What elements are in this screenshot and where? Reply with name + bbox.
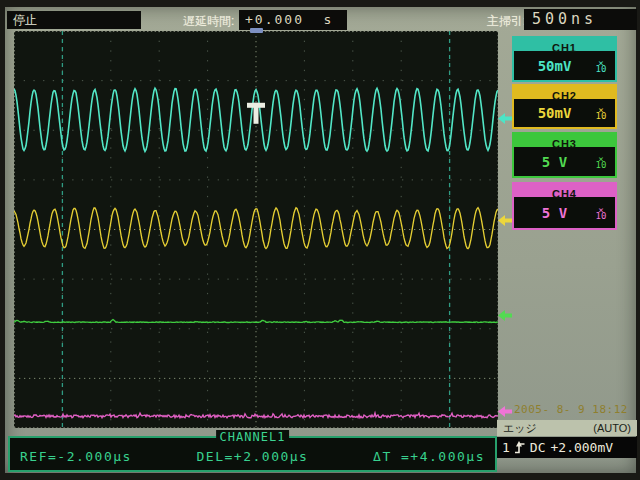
channel-header: CH3 xyxy=(514,134,615,147)
channel-body: 50mV ×10 xyxy=(514,99,615,127)
channel-label: CH1 xyxy=(552,42,577,54)
measurement-box-title: CHANNEL1 xyxy=(216,430,290,444)
channel-scale-value: 50mV xyxy=(516,58,593,74)
delta-t-value: ΔT =+4.000μs xyxy=(373,449,485,464)
channel-readout-box-ch3: CH3 5 V ×10 xyxy=(512,132,617,178)
probe-x10-icon: ×10 xyxy=(593,107,609,119)
probe-x10-icon: ×10 xyxy=(593,60,609,72)
channel-header: CH4 xyxy=(514,184,615,197)
probe-x10-icon: ×10 xyxy=(593,207,609,219)
datetime: 2005- 8- 9 18:12 xyxy=(514,403,640,416)
ground-marker-ch4-icon xyxy=(498,403,513,414)
channel-body: 5 V ×10 xyxy=(514,147,615,176)
rising-edge-icon xyxy=(515,441,525,455)
channel-readout-box-ch1: CH1 50mV ×10 xyxy=(512,36,617,82)
channel-readout-box-ch2: CH2 50mV ×10 xyxy=(512,84,617,129)
ground-marker-ch3-icon xyxy=(498,307,513,318)
trigger-coupling: DC xyxy=(530,440,546,455)
acquisition-status-label: 停止 xyxy=(13,13,37,27)
channel-label: CH4 xyxy=(552,188,577,200)
oscilloscope-bezel: 停止 遅延時間: +0.000 s 主掃引: 500ns CH1 50mV ×1… xyxy=(0,0,640,480)
trigger-mode-box: エッジ (AUTO) xyxy=(497,420,637,436)
trigger-readout: 1 DC +2.000mV xyxy=(497,437,637,458)
channel-header: CH1 xyxy=(514,38,615,51)
waveform-svg xyxy=(14,31,498,428)
ground-marker-ch1-icon xyxy=(498,110,513,121)
channel-scale-value: 5 V xyxy=(516,154,593,170)
probe-x10-icon: ×10 xyxy=(593,156,609,168)
channel-readout-box-ch4: CH4 5 V ×10 xyxy=(512,182,617,230)
delay-value: DEL=+2.000μs xyxy=(197,449,309,464)
trigger-type-label: エッジ xyxy=(503,421,537,436)
acquisition-status: 停止 xyxy=(7,11,141,29)
waveform-display xyxy=(14,31,498,428)
delayed-sweep-measurement-box: CHANNEL1 REF=-2.000μs DEL=+2.000μs ΔT =+… xyxy=(8,436,497,472)
channel-scale-value: 5 V xyxy=(516,205,593,221)
main-sweep-value: 500ns xyxy=(524,9,637,30)
main-sweep-label: 主掃引: xyxy=(487,13,526,30)
delay-time-label: 遅延時間: xyxy=(183,13,234,30)
channel-label: CH3 xyxy=(552,138,577,150)
trigger-position-marker-icon xyxy=(250,28,263,33)
trigger-source: 1 xyxy=(502,440,510,455)
trigger-level: +2.000mV xyxy=(550,440,613,455)
ref-time-value: REF=-2.000μs xyxy=(20,449,132,464)
channel-body: 5 V ×10 xyxy=(514,197,615,228)
oscilloscope-screen: 停止 遅延時間: +0.000 s 主掃引: 500ns CH1 50mV ×1… xyxy=(5,7,636,473)
channel-scale-value: 50mV xyxy=(516,105,593,121)
trigger-mode-value: (AUTO) xyxy=(593,422,631,434)
channel-body: 50mV ×10 xyxy=(514,51,615,80)
delay-time-value: +0.000 s xyxy=(239,10,347,30)
channel-header: CH2 xyxy=(514,86,615,99)
ground-marker-ch2-icon xyxy=(498,212,513,223)
channel-label: CH2 xyxy=(552,90,577,102)
